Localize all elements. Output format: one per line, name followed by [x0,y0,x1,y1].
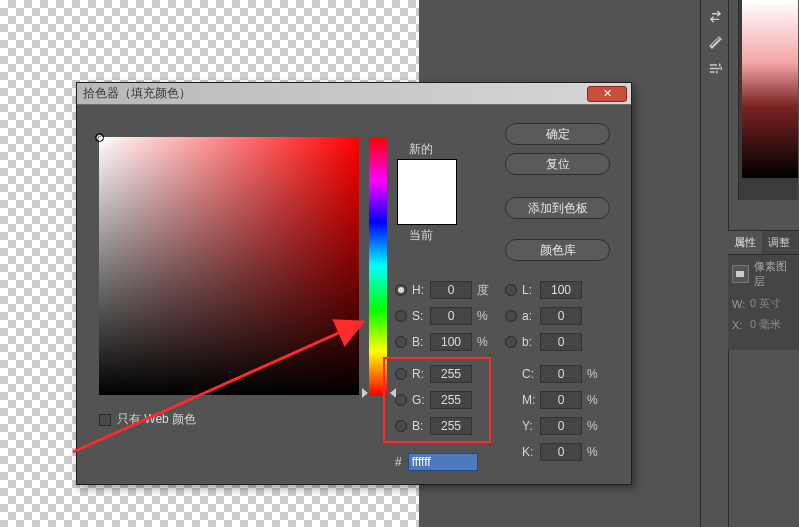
color-picker-dialog: 拾色器（填充颜色） ✕ 新的 当前 确定 复位 添加到色板 颜色库 H: [76,82,632,485]
prop-row-width: W: 0 英寸 [728,293,799,314]
close-icon: ✕ [603,87,612,100]
input-blue[interactable] [430,417,472,435]
adjustments-icon[interactable] [705,58,725,78]
radio-s[interactable] [395,310,407,322]
radio-b[interactable] [505,336,517,348]
color-value-grid: H: 度 L: S: % [395,277,627,465]
web-colors-row: 只有 Web 颜色 [99,411,196,428]
prop-x-label: X: [732,319,750,331]
layer-type-icon [732,265,749,283]
panel-divider [700,0,701,527]
input-r[interactable] [430,365,472,383]
unit-m: % [587,393,601,407]
dialog-title: 拾色器（填充颜色） [81,85,587,102]
reset-button[interactable]: 复位 [505,153,610,175]
input-b[interactable] [540,333,582,351]
input-k[interactable] [540,443,582,461]
preview-new-label: 新的 [409,141,433,158]
radio-brightness[interactable] [395,336,407,348]
input-c[interactable] [540,365,582,383]
web-colors-label: 只有 Web 颜色 [117,411,196,428]
radio-blue[interactable] [395,420,407,432]
properties-panel: 属性 调整 像素图层 W: 0 英寸 X: 0 毫米 [728,230,799,350]
label-h: H: [412,283,430,297]
tab-properties[interactable]: 属性 [728,231,762,254]
dialog-titlebar[interactable]: 拾色器（填充颜色） ✕ [77,83,631,105]
prop-x-value[interactable]: 0 毫米 [750,317,781,332]
input-h[interactable] [430,281,472,299]
color-picker-cursor[interactable] [95,133,104,142]
mini-color-panel [738,0,798,200]
unit-s: % [477,309,491,323]
unit-k: % [587,445,601,459]
tab-adjust[interactable]: 调整 [762,231,796,254]
saturation-brightness-field[interactable] [99,137,359,395]
input-l[interactable] [540,281,582,299]
unit-h: 度 [477,282,491,299]
radio-r[interactable] [395,368,407,380]
hue-slider[interactable] [369,137,387,395]
label-k: K: [522,445,540,459]
radio-g[interactable] [395,394,407,406]
unit-brightness: % [477,335,491,349]
ok-button[interactable]: 确定 [505,123,610,145]
add-to-swatches-button[interactable]: 添加到色板 [505,197,610,219]
input-m[interactable] [540,391,582,409]
prop-w-value[interactable]: 0 英寸 [750,296,781,311]
color-preview-swatch [397,159,457,225]
mini-gradient-swatch[interactable] [742,0,798,178]
label-blue: B: [412,419,430,433]
input-s[interactable] [430,307,472,325]
input-g[interactable] [430,391,472,409]
label-m: M: [522,393,540,407]
label-brightness: B: [412,335,430,349]
input-a[interactable] [540,307,582,325]
layer-type-label: 像素图层 [754,259,795,289]
radio-l[interactable] [505,284,517,296]
input-hex[interactable] [408,453,478,471]
prop-w-label: W: [732,298,750,310]
label-r: R: [412,367,430,381]
current-color-swatch[interactable] [398,192,456,224]
close-button[interactable]: ✕ [587,86,627,102]
new-color-swatch[interactable] [398,160,456,192]
web-colors-checkbox[interactable] [99,414,111,426]
unit-c: % [587,367,601,381]
label-b: b: [522,335,540,349]
ruler-icon[interactable] [705,32,725,52]
input-y[interactable] [540,417,582,435]
radio-h[interactable] [395,284,407,296]
hex-hash-label: # [395,455,402,469]
hex-row: # [395,453,478,471]
label-s: S: [412,309,430,323]
label-g: G: [412,393,430,407]
label-a: a: [522,309,540,323]
unit-y: % [587,419,601,433]
label-c: C: [522,367,540,381]
input-brightness[interactable] [430,333,472,351]
radio-a[interactable] [505,310,517,322]
label-y: Y: [522,419,540,433]
color-libraries-button[interactable]: 颜色库 [505,239,610,261]
swap-icon[interactable] [705,6,725,26]
preview-current-label: 当前 [409,227,433,244]
label-l: L: [522,283,540,297]
prop-row-x: X: 0 毫米 [728,314,799,335]
